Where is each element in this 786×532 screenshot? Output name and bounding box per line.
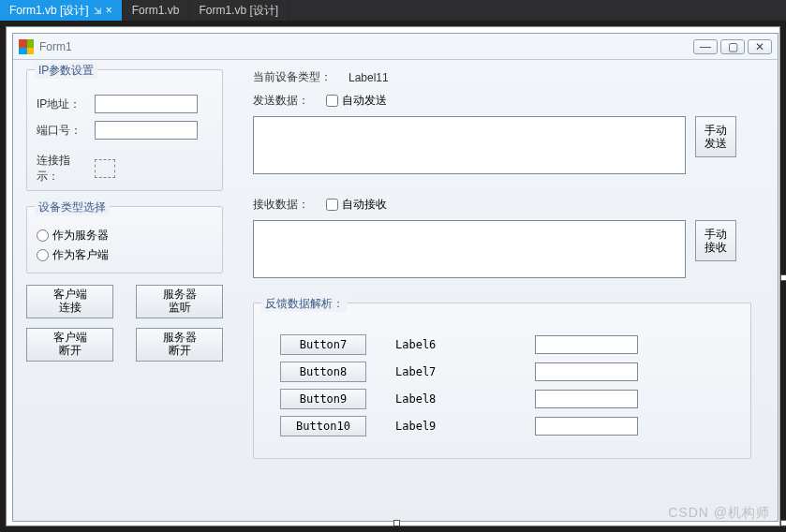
conn-indicator [95,159,115,178]
parse-group: 反馈数据解析： Button7 Label6 Button8 Label7 Bu… [253,303,751,459]
auto-send-checkbox[interactable]: 自动发送 [326,93,387,109]
app-icon [19,39,34,54]
minimize-button[interactable]: — [693,39,718,54]
manual-send-button[interactable]: 手动发送 [695,116,736,157]
recv-data-label: 接收数据： [253,197,309,213]
parse-input-1[interactable] [535,362,638,381]
manual-recv-button[interactable]: 手动接收 [695,220,736,261]
current-device-value: Label11 [349,71,389,84]
tab-label: Form1.vb [设计] [199,3,278,19]
current-device-label: 当前设备类型： [253,69,332,85]
window-title: Form1 [39,40,72,53]
parse-input-3[interactable] [535,417,638,436]
device-type-group: 设备类型选择 作为服务器 作为客户端 [26,206,223,273]
client-disconnect-button[interactable]: 客户端断开 [26,328,113,362]
port-input[interactable] [95,121,198,140]
parse-label-8: Label8 [394,392,507,406]
close-button[interactable]: ✕ [748,39,772,54]
parse-input-0[interactable] [535,335,638,354]
client-area: IP参数设置 IP地址： 端口号： 连接指示： 设备类型选择 [13,60,778,521]
client-connect-button[interactable]: 客户端连接 [26,285,113,318]
tab-label: Form1.vb [设计] [9,3,89,19]
send-data-label: 发送数据： [253,93,309,109]
radio-client-label: 作为客户端 [52,247,109,263]
parse-button-10[interactable]: Button10 [280,416,366,436]
auto-recv-checkbox[interactable]: 自动接收 [326,197,387,213]
pin-icon[interactable]: ⇲ [94,6,101,16]
parse-label-7: Label7 [394,364,507,379]
resize-handle-corner[interactable] [780,520,786,526]
auto-recv-input[interactable] [326,199,338,211]
radio-server-label: 作为服务器 [52,228,109,244]
group-legend: IP参数设置 [35,63,97,79]
close-icon[interactable]: × [106,4,112,17]
titlebar: Form1 — ▢ ✕ [13,34,778,60]
parse-button-8[interactable]: Button8 [280,362,366,382]
server-listen-button[interactable]: 服务器监听 [136,285,223,318]
radio-server-input[interactable] [37,229,49,242]
ip-input[interactable] [95,95,198,113]
maximize-button[interactable]: ▢ [720,39,745,54]
send-textarea[interactable] [253,116,686,174]
radio-client[interactable]: 作为客户端 [37,247,213,263]
parse-label-9: Label9 [394,419,507,434]
recv-textarea[interactable] [253,220,686,278]
group-legend: 设备类型选择 [35,200,110,215]
conn-indicator-label: 连接指示： [37,153,89,185]
ip-settings-group: IP参数设置 IP地址： 端口号： 连接指示： [26,69,223,191]
form-designer-surface[interactable]: Form1 — ▢ ✕ IP参数设置 IP地址： 端口号： [6,26,780,526]
ip-label: IP地址： [37,96,89,112]
server-disconnect-button[interactable]: 服务器断开 [136,328,223,362]
resize-handle-bottom[interactable] [393,520,400,526]
auto-recv-label: 自动接收 [342,197,387,213]
auto-send-input[interactable] [326,95,338,107]
watermark: CSDN @机构师 [668,505,770,522]
tab-form1-code[interactable]: Form1.vb [123,0,190,21]
parse-button-7[interactable]: Button7 [280,334,366,355]
radio-client-input[interactable] [37,249,49,261]
auto-send-label: 自动发送 [342,93,387,109]
group-legend: 反馈数据解析： [261,296,348,312]
tab-form1-design-2[interactable]: Form1.vb [设计] [189,0,289,21]
port-label: 端口号： [37,123,89,139]
parse-button-9[interactable]: Button9 [280,389,366,409]
tab-form1-design-active[interactable]: Form1.vb [设计] ⇲ × [0,0,123,21]
form-window: Form1 — ▢ ✕ IP参数设置 IP地址： 端口号： [12,33,779,522]
resize-handle-right[interactable] [780,274,786,281]
editor-tabbar: Form1.vb [设计] ⇲ × Form1.vb Form1.vb [设计] [0,0,786,21]
parse-input-2[interactable] [535,390,638,408]
tab-label: Form1.vb [132,4,180,17]
radio-server[interactable]: 作为服务器 [37,228,213,244]
parse-label-6: Label6 [394,337,507,352]
